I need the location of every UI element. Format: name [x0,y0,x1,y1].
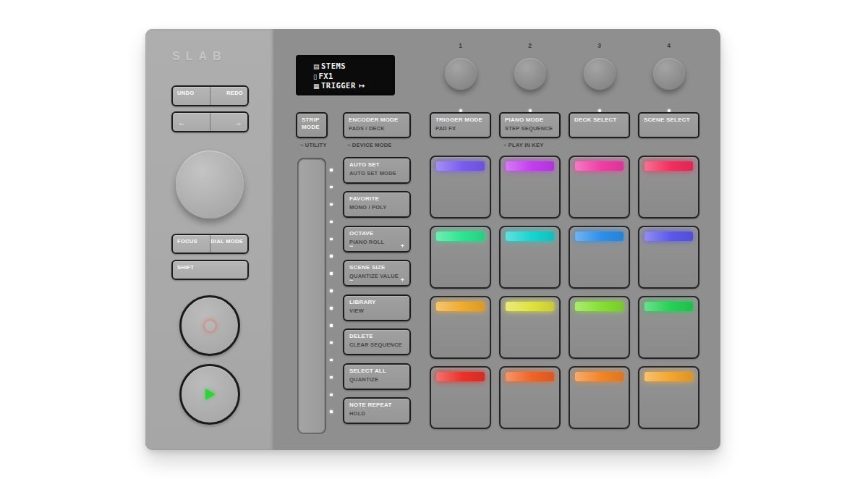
focus-dialmode-button-group: FOCUS DIAL MODE [171,234,249,254]
performance-pad[interactable] [638,366,699,429]
strip-mode-label: STRIP MODE [302,116,322,131]
library-button[interactable]: LIBRARY VIEW [343,294,411,321]
undo-label: UNDO [177,90,194,96]
favorite-button[interactable]: FAVORITE MONO / POLY [343,191,411,218]
strip-led [330,238,333,241]
encoder-mode-sublabel: PADS / DECK [349,125,405,132]
favorite-label: FAVORITE [349,195,404,202]
focus-button[interactable]: FOCUS [173,235,210,253]
octave-button[interactable]: OCTAVE PIANO ROLL − + [343,226,411,253]
device-body: SLAB UNDO REDO ← → FOCUS DIAL MODE [145,29,720,450]
encoder-knob[interactable] [584,58,616,90]
display-line-3: ▦TRIGGER↦ [313,81,389,91]
trigger-mode-sublabel: PAD FX [435,125,485,132]
octave-minus-icon[interactable]: − [349,242,353,250]
deck-select-button[interactable]: DECK SELECT [569,112,630,138]
pad-color-light [436,302,485,311]
performance-pad[interactable] [638,156,699,219]
delete-button[interactable]: DELETE CLEAR SEQUENCE [343,328,411,355]
strip-led [330,410,333,413]
performance-pad[interactable] [430,366,491,429]
performance-pad[interactable] [569,296,630,359]
encoder-knob[interactable] [445,58,477,90]
strip-led [330,394,333,397]
library-label: LIBRARY [349,299,404,305]
arrow-to-bar-icon: ↦ [359,82,365,90]
strip-led [330,272,333,275]
performance-pad[interactable] [569,226,630,289]
display-screen: ▤STEMS ▯FX1 ▦TRIGGER↦ [296,55,395,96]
octave-label: OCTAVE [349,230,404,237]
play-icon [205,389,216,400]
scene-size-minus-icon[interactable]: − [349,276,353,284]
performance-pad[interactable] [430,226,491,289]
arrow-left-button[interactable]: ← [173,113,210,131]
strip-led-column [330,169,333,413]
scene-size-plus-icon[interactable]: + [401,276,404,284]
pad-color-light [575,161,624,171]
pad-color-light [644,161,693,171]
deck-select-label: DECK SELECT [574,116,624,124]
touch-strip[interactable] [297,158,326,434]
note-repeat-button[interactable]: NOTE REPEAT HOLD [343,397,411,424]
performance-pad[interactable] [430,156,491,219]
performance-pad[interactable] [499,156,561,219]
touch-strip-surface[interactable] [299,160,324,432]
performance-pad[interactable] [499,366,561,429]
piano-mode-sublabel: STEP SEQUENCE [505,125,555,132]
pad-color-light [506,302,554,311]
auto-set-button[interactable]: AUTO SET AUTO SET MODE [343,157,411,184]
focus-label: FOCUS [177,238,197,245]
display-line-1-text: STEMS [321,62,346,70]
scene-size-button[interactable]: SCENE SIZE QUANTIZE VALUE − + [343,260,411,287]
strip-icon: ▯ [313,73,317,80]
shift-label: SHIFT [177,264,194,271]
encoder-mode-button[interactable]: ENCODER MODE PADS / DECK [343,112,411,138]
grid-icon: ▦ [313,82,320,90]
encoder-knob-cell: 4 [638,42,699,109]
octave-sublabel: PIANO ROLL [349,239,404,245]
strip-led [330,359,333,362]
undo-button[interactable]: UNDO [173,87,210,105]
arrow-right-button[interactable]: → [210,113,247,131]
strip-led [330,255,333,258]
redo-button[interactable]: REDO [210,87,247,105]
piano-mode-button[interactable]: PIANO MODE STEP SEQUENCE [499,112,561,138]
encoder-knob[interactable] [653,58,685,90]
strip-led [330,221,333,224]
performance-pad[interactable] [499,296,561,359]
performance-pad[interactable] [638,296,699,359]
main-dial[interactable] [176,151,244,219]
delete-sublabel: CLEAR SEQUENCE [349,342,404,348]
play-button[interactable] [179,364,240,425]
octave-plus-icon[interactable]: + [401,242,404,250]
record-button[interactable] [179,295,240,356]
pad-color-light [506,232,554,241]
shift-button[interactable]: SHIFT [171,260,249,280]
knob-number: 3 [569,42,630,49]
encoder-knob[interactable] [514,58,546,90]
brand-logo: SLAB [172,50,227,63]
performance-pad[interactable] [638,226,699,289]
performance-pad[interactable] [569,366,630,429]
strip-led [330,342,333,344]
display-line-1: ▤STEMS [313,62,389,72]
deck-icon: ▤ [313,63,320,70]
trigger-mode-button[interactable]: TRIGGER MODE PAD FX [430,112,491,138]
select-all-sublabel: QUANTIZE [349,376,404,383]
arrow-left-icon: ← [178,118,186,127]
encoder-knob-cell: 3 [569,42,630,109]
arrow-button-group: ← → [171,111,249,132]
library-sublabel: VIEW [349,308,404,314]
pad-color-light [644,232,693,241]
performance-pad[interactable] [430,296,491,359]
pad-grid [430,156,699,429]
performance-pad[interactable] [499,226,561,289]
auto-set-sublabel: AUTO SET MODE [349,170,404,177]
display-line-2: ▯FX1 [313,72,389,82]
dial-mode-button[interactable]: DIAL MODE [210,235,247,253]
scene-select-button[interactable]: SCENE SELECT [638,112,699,138]
performance-pad[interactable] [569,156,630,219]
strip-mode-button[interactable]: STRIP MODE [296,112,328,138]
select-all-button[interactable]: SELECT ALL QUANTIZE [343,363,411,390]
